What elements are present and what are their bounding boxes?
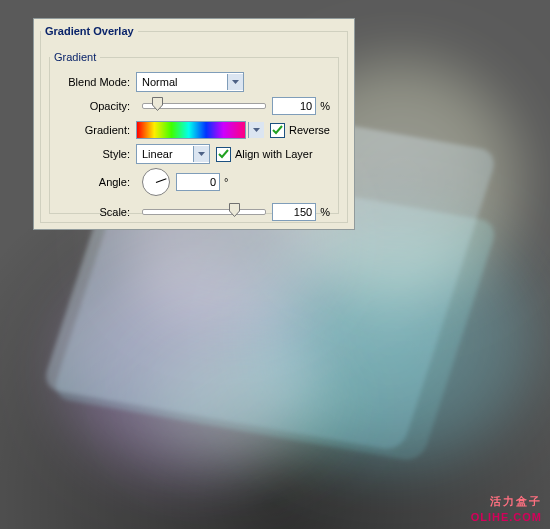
gradient-group-title: Gradient <box>50 51 100 63</box>
input-opacity[interactable]: 10 <box>272 97 316 115</box>
gradient-overlay-panel: Gradient Overlay Gradient Blend Mode: No… <box>33 18 355 230</box>
watermark-text-1: 活力盒子 <box>490 494 542 509</box>
label-scale: Scale: <box>58 206 136 218</box>
unit-opacity: % <box>320 100 330 112</box>
label-gradient: Gradient: <box>58 124 136 136</box>
slider-scale[interactable] <box>142 209 266 215</box>
label-reverse: Reverse <box>289 124 330 136</box>
chevron-down-icon[interactable] <box>248 122 264 138</box>
screenshot-root: Gradient Overlay Gradient Blend Mode: No… <box>0 0 550 529</box>
chevron-down-icon[interactable] <box>193 146 209 162</box>
label-align: Align with Layer <box>235 148 313 160</box>
label-opacity: Opacity: <box>58 100 136 112</box>
combo-style-value: Linear <box>137 146 193 163</box>
row-gradient: Gradient: Reverse <box>58 119 330 141</box>
gradient-fieldset: Gradient Blend Mode: Normal Opacity: <box>49 51 339 214</box>
check-icon <box>272 125 283 136</box>
chevron-down-icon[interactable] <box>227 74 243 90</box>
combo-blend-mode-value: Normal <box>137 74 227 91</box>
slider-opacity[interactable] <box>142 103 266 109</box>
slider-scale-thumb[interactable] <box>229 203 240 217</box>
watermark-text-2: OLIHE.COM <box>471 511 542 523</box>
check-icon <box>218 149 229 160</box>
label-angle: Angle: <box>58 176 136 188</box>
row-opacity: Opacity: 10 % <box>58 95 330 117</box>
checkbox-align[interactable] <box>216 147 231 162</box>
combo-blend-mode[interactable]: Normal <box>136 72 244 92</box>
row-style: Style: Linear Align with Layer <box>58 143 330 165</box>
dial-angle[interactable] <box>142 168 170 196</box>
checkbox-reverse[interactable] <box>270 123 285 138</box>
unit-angle: ° <box>224 176 228 188</box>
section-title: Gradient Overlay <box>41 25 138 37</box>
label-blend-mode: Blend Mode: <box>58 76 136 88</box>
gradient-overlay-fieldset: Gradient Overlay Gradient Blend Mode: No… <box>40 25 348 223</box>
slider-opacity-thumb[interactable] <box>152 97 163 111</box>
combo-style[interactable]: Linear <box>136 144 210 164</box>
input-angle[interactable]: 0 <box>176 173 220 191</box>
row-blend-mode: Blend Mode: Normal <box>58 71 330 93</box>
row-scale: Scale: 150 % <box>58 201 330 223</box>
unit-scale: % <box>320 206 330 218</box>
swatch-gradient[interactable] <box>136 121 246 139</box>
input-scale[interactable]: 150 <box>272 203 316 221</box>
label-style: Style: <box>58 148 136 160</box>
row-angle: Angle: 0 ° <box>58 167 330 197</box>
